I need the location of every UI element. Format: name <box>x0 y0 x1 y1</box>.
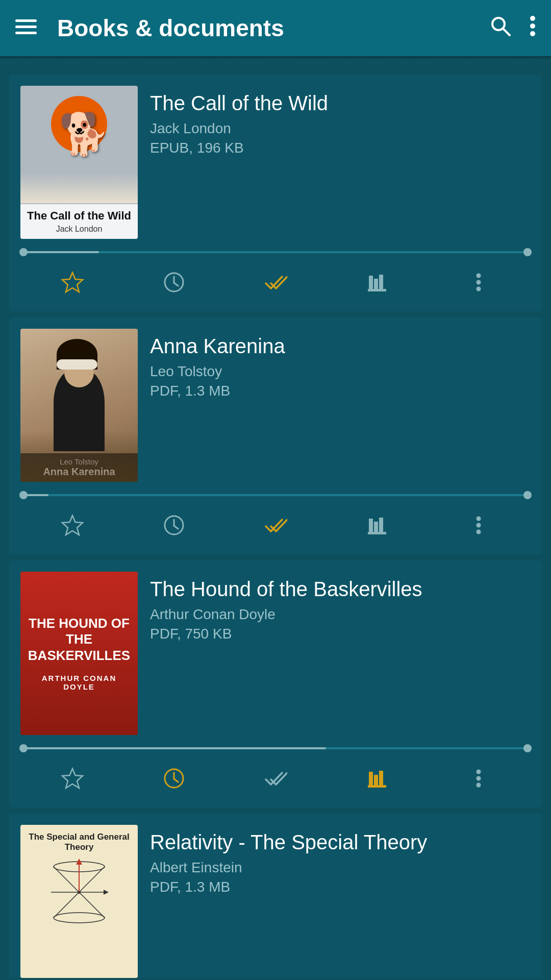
double-check-button[interactable] <box>258 761 293 796</box>
svg-point-38 <box>477 770 481 774</box>
cover-title: The Special and General Theory <box>26 832 133 852</box>
more-button[interactable] <box>461 761 496 796</box>
book-info: The Hound of the Baskervilles Arthur Con… <box>138 572 531 735</box>
svg-line-41 <box>54 867 79 892</box>
book-meta: PDF, 1.3 MB <box>150 879 518 895</box>
cover-dog: 🐕 <box>59 114 110 155</box>
bookshelf-button[interactable] <box>359 264 395 300</box>
svg-point-40 <box>477 783 481 788</box>
book-list: 🐕 The Call of the Wild Jack London The C… <box>0 59 551 980</box>
progress-section <box>9 239 542 253</box>
progress-dot-right <box>523 491 532 499</box>
more-button[interactable] <box>461 264 496 300</box>
svg-rect-25 <box>374 522 378 532</box>
book-info: Anna Karenina Leo Tolstoy PDF, 1.3 MB <box>138 329 531 482</box>
book-author: Arthur Conan Doyle <box>150 606 518 623</box>
svg-point-39 <box>477 776 481 781</box>
svg-rect-14 <box>374 279 378 289</box>
book-card-top: The Special and General Theory <box>9 814 542 978</box>
book-meta: PDF, 1.3 MB <box>150 383 518 399</box>
svg-rect-23 <box>368 532 386 534</box>
svg-rect-2 <box>15 32 37 34</box>
svg-rect-0 <box>15 19 37 22</box>
svg-marker-30 <box>62 769 83 788</box>
bookshelf-button[interactable] <box>359 761 395 796</box>
search-icon[interactable] <box>490 15 511 41</box>
book-title: Anna Karenina <box>150 334 518 358</box>
svg-rect-13 <box>369 276 373 289</box>
progress-dot-left <box>19 248 28 256</box>
svg-line-22 <box>174 526 178 529</box>
svg-point-6 <box>530 23 535 29</box>
book-cover: THE HOUND OF THE BASKERVILLES ARTHUR CON… <box>20 572 138 735</box>
clock-button[interactable] <box>156 761 192 796</box>
book-info: The Call of the Wild Jack London EPUB, 1… <box>138 86 531 239</box>
book-card-top: THE HOUND OF THE BASKERVILLES ARTHUR CON… <box>9 560 542 735</box>
svg-rect-15 <box>379 275 383 289</box>
cover-title: THE HOUND OF THE BASKERVILLES <box>28 616 130 664</box>
book-card-top: 🐕 The Call of the Wild Jack London The C… <box>9 75 542 239</box>
star-button[interactable] <box>55 507 90 543</box>
svg-line-33 <box>174 779 178 782</box>
book-author: Leo Tolstoy <box>150 363 518 380</box>
light-cone-diagram <box>48 856 110 928</box>
book-cover: Leo Tolstoy Anna Karenina <box>20 329 138 482</box>
svg-point-28 <box>477 523 481 528</box>
svg-point-46 <box>54 913 105 923</box>
svg-rect-1 <box>15 26 37 28</box>
progress-bar <box>23 251 528 253</box>
book-author: Albert Einstein <box>150 860 518 876</box>
svg-marker-19 <box>62 516 83 535</box>
book-card[interactable]: The Special and General Theory <box>9 814 542 978</box>
book-card[interactable]: 🐕 The Call of the Wild Jack London The C… <box>9 75 542 311</box>
app-header: Books & documents <box>0 0 551 56</box>
svg-point-7 <box>530 31 535 36</box>
svg-rect-35 <box>369 772 373 785</box>
progress-dot-left <box>19 744 28 752</box>
svg-point-5 <box>530 16 535 21</box>
progress-fill <box>23 251 99 253</box>
progress-section <box>9 735 542 749</box>
progress-section <box>9 482 542 496</box>
book-actions <box>9 496 542 554</box>
book-author: Jack London <box>150 120 518 137</box>
cover-title: The Call of the Wild <box>24 209 134 223</box>
double-check-button[interactable] <box>258 264 293 300</box>
svg-rect-37 <box>379 771 383 785</box>
svg-rect-24 <box>369 519 373 532</box>
book-meta: EPUB, 196 KB <box>150 140 518 156</box>
svg-line-45 <box>79 892 105 918</box>
portrait <box>20 329 138 482</box>
svg-rect-12 <box>368 289 386 291</box>
book-card[interactable]: THE HOUND OF THE BASKERVILLES ARTHUR CON… <box>9 560 542 807</box>
svg-point-18 <box>477 287 481 291</box>
menu-icon[interactable] <box>15 16 37 40</box>
progress-bar <box>23 494 528 496</box>
progress-fill <box>23 747 326 749</box>
clock-button[interactable] <box>156 507 192 543</box>
book-card-top: Leo Tolstoy Anna Karenina Anna Karenina … <box>9 317 542 482</box>
book-card[interactable]: Leo Tolstoy Anna Karenina Anna Karenina … <box>9 317 542 554</box>
book-title: Relativity - The Special Theory <box>150 830 518 854</box>
svg-rect-36 <box>374 775 378 785</box>
star-button[interactable] <box>55 761 90 796</box>
book-cover: The Special and General Theory <box>20 825 138 978</box>
more-options-icon[interactable] <box>530 15 536 41</box>
svg-point-16 <box>477 274 481 278</box>
progress-dot-left <box>19 491 28 499</box>
page-title: Books & documents <box>57 14 471 42</box>
book-cover: 🐕 The Call of the Wild Jack London <box>20 86 138 239</box>
progress-bar <box>23 747 528 749</box>
svg-marker-8 <box>62 273 83 292</box>
double-check-button[interactable] <box>258 507 293 543</box>
svg-rect-34 <box>368 785 386 788</box>
svg-line-44 <box>54 892 79 918</box>
clock-button[interactable] <box>156 264 192 300</box>
more-button[interactable] <box>461 507 496 543</box>
cover-hound: THE HOUND OF THE BASKERVILLES ARTHUR CON… <box>20 572 138 735</box>
book-title: The Call of the Wild <box>150 91 518 115</box>
svg-rect-26 <box>379 518 383 532</box>
star-button[interactable] <box>55 264 90 300</box>
bookshelf-button[interactable] <box>359 507 395 543</box>
cover-anna: Leo Tolstoy Anna Karenina <box>20 329 138 482</box>
